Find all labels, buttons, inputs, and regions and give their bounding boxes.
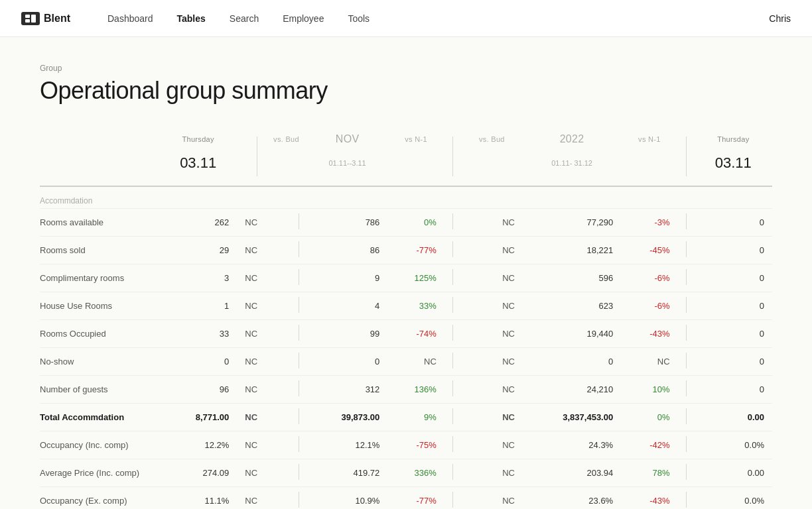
divider xyxy=(678,264,695,292)
table-cell: NC xyxy=(461,404,523,431)
col-vs-n1-2-label: vs N-1 xyxy=(621,129,677,150)
table-cell: 0.0% xyxy=(695,487,772,510)
table-cell: 19,440 xyxy=(523,320,621,348)
col-vs-n1-1-label: vs N-1 xyxy=(387,129,444,150)
col-nov-sub: 01.11--3.11 xyxy=(307,150,387,176)
table-cell: NC xyxy=(237,209,265,237)
table-cell: NC xyxy=(461,264,523,292)
table-cell: 3,837,453.00 xyxy=(523,404,621,431)
divider xyxy=(444,292,461,320)
nav-tables[interactable]: Tables xyxy=(167,8,216,29)
col-year-label: 2022 xyxy=(523,129,621,150)
table-cell: 419.72 xyxy=(307,459,387,487)
table-cell: -77% xyxy=(387,487,444,510)
user-name: Chris xyxy=(769,13,791,24)
table-cell: NC xyxy=(461,292,523,320)
table-cell: -6% xyxy=(621,292,677,320)
table-cell: 18,221 xyxy=(523,237,621,264)
table-cell: NC xyxy=(237,320,265,348)
col-nov-label: NOV xyxy=(307,129,387,150)
divider xyxy=(444,376,461,404)
table-cell: NC xyxy=(237,376,265,404)
table-cell: NC xyxy=(387,348,444,376)
table-cell: 0 xyxy=(695,320,772,348)
divider xyxy=(265,320,307,348)
section-header: Accommdation xyxy=(40,186,772,209)
table-cell: 262 xyxy=(159,209,237,237)
row-label: Average Price (Inc. comp) xyxy=(40,459,159,487)
table-cell: 33% xyxy=(387,292,444,320)
table-cell: 623 xyxy=(523,292,621,320)
row-label: Occupancy (Inc. comp) xyxy=(40,431,159,459)
divider xyxy=(678,237,695,264)
table-cell: 11.1% xyxy=(159,487,237,510)
table-cell: 12.1% xyxy=(307,431,387,459)
table-cell: 9% xyxy=(387,404,444,431)
table-cell: 0 xyxy=(695,209,772,237)
nav-dashboard[interactable]: Dashboard xyxy=(97,8,164,29)
nav-employee[interactable]: Employee xyxy=(272,8,334,29)
table-cell: 24.3% xyxy=(523,431,621,459)
table-cell: -45% xyxy=(621,237,677,264)
table-cell: 12.2% xyxy=(159,431,237,459)
table-cell: -43% xyxy=(621,320,677,348)
table-cell: -6% xyxy=(621,264,677,292)
table-cell: 336% xyxy=(387,459,444,487)
col-thursday-label: Thursday xyxy=(159,129,237,150)
divider xyxy=(678,431,695,459)
table-cell: 312 xyxy=(307,376,387,404)
divider xyxy=(678,376,695,404)
divider xyxy=(444,237,461,264)
table-cell: 0.00 xyxy=(695,404,772,431)
navbar: Blent Dashboard Tables Search Employee T… xyxy=(0,0,812,37)
divider xyxy=(265,459,307,487)
divider xyxy=(678,459,695,487)
svg-rect-1 xyxy=(25,19,30,23)
col-vs-bud-2-label: vs. Bud xyxy=(461,129,523,150)
table-cell: 0.0% xyxy=(695,431,772,459)
logo[interactable]: Blent xyxy=(21,12,70,25)
svg-rect-2 xyxy=(31,15,36,23)
table-cell: NC xyxy=(461,209,523,237)
table-cell: 0% xyxy=(387,209,444,237)
summary-table: Thursday vs. Bud NOV vs N-1 xyxy=(40,129,772,509)
divider xyxy=(265,237,307,264)
table-cell: 596 xyxy=(523,264,621,292)
table-cell: 125% xyxy=(387,264,444,292)
nav-tools[interactable]: Tools xyxy=(337,8,380,29)
table-cell: 9 xyxy=(307,264,387,292)
table-cell: 77,290 xyxy=(523,209,621,237)
table-cell: 786 xyxy=(307,209,387,237)
divider xyxy=(265,348,307,376)
row-label: No-show xyxy=(40,348,159,376)
table-cell: NC xyxy=(237,237,265,264)
table-cell: 274.09 xyxy=(159,459,237,487)
table-cell: -74% xyxy=(387,320,444,348)
table-cell: -77% xyxy=(387,237,444,264)
table-cell: 0 xyxy=(695,348,772,376)
row-label: Rooms Occupied xyxy=(40,320,159,348)
col-vs-n1-2-empty xyxy=(621,150,677,176)
divider xyxy=(265,264,307,292)
table-cell: 8,771.00 xyxy=(159,404,237,431)
logo-text: Blent xyxy=(44,13,70,25)
divider xyxy=(678,320,695,348)
table-cell: NC xyxy=(237,487,265,510)
table-cell: 39,873.00 xyxy=(307,404,387,431)
table-cell: 0% xyxy=(621,404,677,431)
nav-search[interactable]: Search xyxy=(219,8,269,29)
table-cell: 0 xyxy=(523,348,621,376)
divider xyxy=(444,431,461,459)
table-cell: NC xyxy=(237,431,265,459)
table-cell: 0 xyxy=(159,348,237,376)
divider xyxy=(444,459,461,487)
table-cell: 0 xyxy=(695,376,772,404)
col-vs-bud-1-label: vs. Bud xyxy=(265,129,307,150)
divider xyxy=(265,487,307,510)
table-cell: 29 xyxy=(159,237,237,264)
table-cell: -42% xyxy=(621,431,677,459)
table-cell: -75% xyxy=(387,431,444,459)
table-cell: 203.94 xyxy=(523,459,621,487)
table-cell: 33 xyxy=(159,320,237,348)
table-cell: NC xyxy=(461,348,523,376)
